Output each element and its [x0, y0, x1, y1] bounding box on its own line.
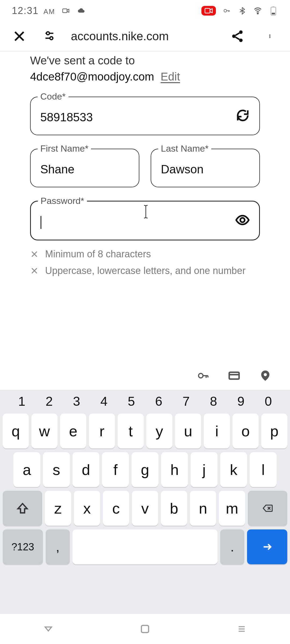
key-period[interactable]: . — [220, 529, 244, 564]
key-c[interactable]: c — [103, 491, 129, 526]
key-q[interactable]: q — [3, 414, 29, 448]
key-4[interactable]: 4 — [95, 394, 113, 409]
wifi-icon — [253, 6, 263, 16]
keyboard-number-row: 1 2 3 4 5 6 7 8 9 0 — [3, 394, 287, 414]
key-k[interactable]: k — [220, 452, 247, 487]
first-name-field[interactable]: First Name* Shane — [30, 149, 139, 187]
nav-recents-icon[interactable] — [234, 622, 249, 636]
key-h[interactable]: h — [161, 452, 188, 487]
share-icon[interactable] — [229, 28, 246, 45]
svg-point-2 — [224, 9, 227, 12]
first-name-label: First Name* — [38, 143, 91, 154]
sent-code-email: 4dce8f70@moodjoy.com — [30, 70, 154, 83]
nav-back-icon[interactable] — [41, 622, 56, 636]
svg-rect-17 — [229, 372, 239, 379]
code-field[interactable]: Code* 58918533 — [30, 97, 260, 135]
key-x[interactable]: x — [74, 491, 100, 526]
code-label: Code* — [38, 91, 68, 102]
more-menu-icon[interactable] — [262, 28, 279, 45]
key-9[interactable]: 9 — [231, 394, 250, 409]
password-label: Password* — [38, 196, 87, 206]
key-s[interactable]: s — [43, 452, 70, 487]
password-value — [41, 215, 249, 229]
svg-rect-0 — [63, 9, 67, 13]
req-2-text: Uppercase, lowercase letters, and one nu… — [45, 265, 245, 276]
status-time-ampm: AM — [44, 8, 55, 16]
last-name-field[interactable]: Last Name* Dawson — [151, 149, 260, 187]
key-a[interactable]: a — [13, 452, 40, 487]
payment-card-icon[interactable] — [227, 368, 242, 383]
video-camera-icon — [61, 6, 71, 16]
key-z[interactable]: z — [45, 491, 71, 526]
key-6[interactable]: 6 — [149, 394, 168, 409]
resend-code-icon[interactable] — [235, 108, 250, 124]
cloud-icon — [77, 6, 86, 16]
key-symbols[interactable]: ?123 — [3, 529, 43, 564]
key-g[interactable]: g — [132, 452, 158, 487]
key-m[interactable]: m — [219, 491, 245, 526]
screen-record-icon — [201, 6, 216, 16]
status-time-value: 12:31 — [12, 5, 39, 16]
url-text[interactable]: accounts.nike.com — [71, 30, 169, 43]
show-password-icon[interactable] — [235, 213, 250, 229]
site-settings-icon[interactable] — [41, 28, 58, 45]
key-y[interactable]: y — [146, 414, 172, 448]
svg-rect-1 — [205, 8, 210, 13]
key-f[interactable]: f — [102, 452, 129, 487]
key-space[interactable] — [73, 529, 218, 564]
x-icon — [30, 266, 40, 276]
edit-email-link[interactable]: Edit — [161, 70, 180, 83]
key-u[interactable]: u — [175, 414, 201, 448]
location-pin-icon[interactable] — [258, 368, 273, 383]
nav-home-icon[interactable] — [138, 622, 152, 636]
svg-rect-6 — [272, 13, 275, 14]
svg-point-9 — [239, 30, 243, 34]
svg-point-15 — [240, 218, 245, 222]
svg-point-3 — [257, 13, 258, 14]
key-n[interactable]: n — [190, 491, 216, 526]
key-o[interactable]: o — [233, 414, 259, 448]
key-d[interactable]: d — [73, 452, 99, 487]
key-i[interactable]: i — [204, 414, 230, 448]
key-7[interactable]: 7 — [177, 394, 195, 409]
password-req-2: Uppercase, lowercase letters, and one nu… — [30, 265, 260, 276]
status-left: 12:31 AM — [12, 5, 86, 16]
key-1[interactable]: 1 — [12, 394, 31, 409]
key-v[interactable]: v — [132, 491, 158, 526]
key-2[interactable]: 2 — [40, 394, 59, 409]
svg-rect-18 — [142, 625, 149, 633]
password-field[interactable]: Password* — [30, 201, 260, 240]
key-enter[interactable] — [247, 529, 287, 564]
key-e[interactable]: e — [60, 414, 86, 448]
key-l[interactable]: l — [250, 452, 277, 487]
password-req-1: Minimum of 8 characters — [30, 248, 260, 260]
bluetooth-icon — [237, 6, 247, 16]
soft-keyboard: 1 2 3 4 5 6 7 8 9 0 q w e r t y u i o p … — [0, 390, 290, 644]
svg-point-11 — [239, 39, 243, 42]
last-name-label: Last Name* — [158, 143, 211, 154]
x-icon — [30, 250, 40, 259]
key-backspace[interactable] — [248, 491, 287, 526]
code-value: 58918533 — [40, 111, 250, 124]
req-1-text: Minimum of 8 characters — [45, 248, 151, 260]
svg-point-16 — [198, 373, 203, 378]
key-t[interactable]: t — [118, 414, 144, 448]
keyboard-suggestion-strip — [0, 361, 290, 390]
key-w[interactable]: w — [31, 414, 57, 448]
password-key-icon[interactable] — [195, 368, 211, 383]
key-5[interactable]: 5 — [122, 394, 141, 409]
key-b[interactable]: b — [161, 491, 187, 526]
key-shift[interactable] — [3, 491, 42, 526]
key-p[interactable]: p — [261, 414, 287, 448]
key-j[interactable]: j — [191, 452, 218, 487]
svg-point-10 — [232, 35, 236, 38]
key-r[interactable]: r — [89, 414, 115, 448]
vpn-key-icon — [222, 6, 231, 16]
key-comma[interactable]: , — [46, 529, 70, 564]
status-right — [201, 6, 278, 16]
key-3[interactable]: 3 — [67, 394, 86, 409]
key-0[interactable]: 0 — [259, 394, 278, 409]
close-icon[interactable] — [11, 28, 28, 45]
key-8[interactable]: 8 — [204, 394, 223, 409]
svg-point-14 — [269, 37, 270, 38]
